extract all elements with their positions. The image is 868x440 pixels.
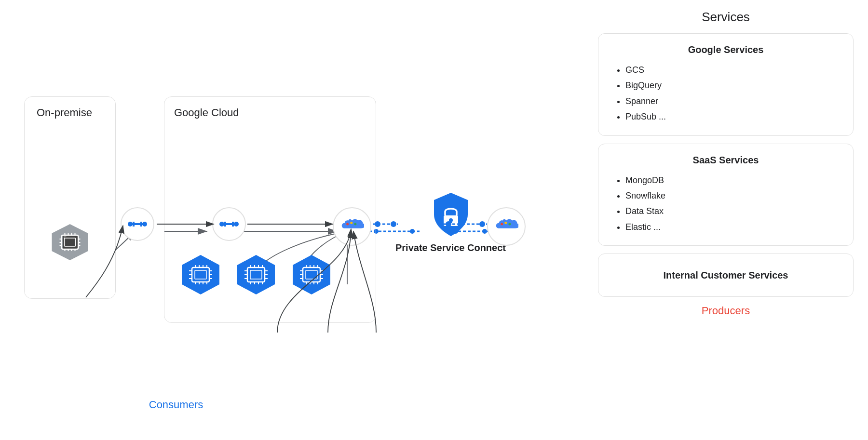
svg-point-83	[234, 222, 239, 227]
services-panel: Services Google Services GCS BigQuery Sp…	[598, 10, 854, 317]
svg-point-87	[350, 222, 353, 224]
bigquery-item: BigQuery	[625, 78, 840, 93]
svg-point-93	[501, 223, 503, 226]
svg-rect-84	[224, 222, 226, 227]
svg-marker-47	[237, 255, 275, 294]
on-premise-box: On-premise ⬛	[24, 96, 116, 299]
elastic-item: Elastic ...	[625, 219, 840, 235]
gcp-hex-3	[290, 253, 333, 298]
svg-point-86	[346, 223, 349, 226]
diagram-container: On-premise ⬛	[0, 0, 868, 440]
svg-rect-92	[450, 220, 452, 223]
svg-marker-64	[293, 255, 330, 294]
gcp-cloud-left	[333, 207, 371, 246]
saas-services-card: SaaS Services MongoDB Snowflake Data Sta…	[598, 144, 854, 246]
svg-point-94	[504, 222, 507, 224]
svg-point-95	[508, 223, 511, 226]
google-cloud-label: Google Cloud	[174, 107, 366, 119]
gcp-cloud-right	[487, 207, 526, 246]
svg-rect-29	[140, 222, 142, 227]
circle-node-2	[212, 207, 246, 241]
psc-label: Private Service Connect	[395, 241, 506, 254]
svg-rect-85	[232, 222, 234, 227]
mongodb-item: MongoDB	[625, 173, 840, 188]
svg-point-96	[512, 225, 514, 227]
svg-rect-28	[133, 222, 135, 227]
saas-services-title: SaaS Services	[612, 155, 840, 166]
internal-services-title: Internal Customer Services	[664, 270, 788, 281]
spanner-item: Spanner	[625, 93, 840, 109]
consumers-label: Consumers	[92, 399, 260, 411]
circle-node-1	[121, 207, 154, 241]
svg-point-88	[354, 223, 356, 226]
gcp-hex-1	[179, 253, 222, 298]
svg-point-89	[357, 225, 359, 227]
producers-label: Producers	[598, 305, 854, 317]
snowflake-item: Snowflake	[625, 188, 840, 203]
internal-services-card: Internal Customer Services	[598, 253, 854, 297]
pubsub-item: PubSub ...	[625, 109, 840, 124]
google-services-list: GCS BigQuery Spanner PubSub ...	[612, 62, 840, 125]
gcp-hex-2	[234, 253, 278, 298]
services-title: Services	[598, 10, 854, 25]
google-services-title: Google Services	[612, 44, 840, 55]
svg-point-27	[142, 222, 147, 227]
svg-marker-30	[182, 255, 219, 294]
on-premise-label: On-premise	[37, 107, 103, 119]
saas-services-list: MongoDB Snowflake Data Stax Elastic ...	[612, 173, 840, 235]
google-services-card: Google Services GCS BigQuery Spanner Pub…	[598, 33, 854, 136]
on-premise-hex-icon: ⬛	[50, 222, 91, 265]
datastax-item: Data Stax	[625, 203, 840, 219]
gcs-item: GCS	[625, 62, 840, 78]
